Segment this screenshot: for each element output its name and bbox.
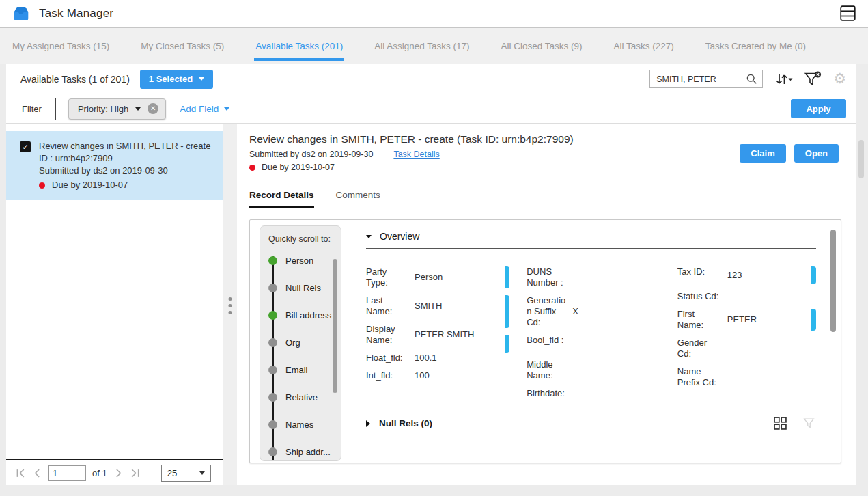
due-status-dot-icon xyxy=(39,182,45,189)
quick-scroll-item-org[interactable]: Org xyxy=(268,329,341,356)
chevron-down-icon xyxy=(224,107,229,111)
tab-my-closed-tasks[interactable]: My Closed Tasks (5) xyxy=(139,28,225,64)
add-field-button[interactable]: Add Field xyxy=(180,104,229,114)
chevron-down-icon xyxy=(135,107,141,111)
null-rels-label: Null Rels (0) xyxy=(379,418,432,428)
quick-scroll-item-null-rels[interactable]: Null Rels xyxy=(268,274,341,301)
task-checkbox[interactable]: ✓ xyxy=(20,141,31,152)
app-title: Task Manager xyxy=(39,7,113,20)
tab-comments[interactable]: Comments xyxy=(336,190,380,208)
field-row: Bool_fld : xyxy=(505,335,677,353)
grid-view-icon[interactable] xyxy=(774,417,787,430)
section-dot-icon xyxy=(268,311,277,320)
tab-available-tasks[interactable]: Available Tasks (201) xyxy=(254,28,344,64)
change-indicator-bar xyxy=(811,309,816,331)
menu-icon[interactable] xyxy=(840,5,856,21)
change-indicator-bar xyxy=(505,266,509,288)
quick-scroll-item-names[interactable]: Names xyxy=(268,411,341,438)
quick-scroll-item-label: Email xyxy=(285,365,308,375)
field-row: Status Cd: xyxy=(677,291,816,302)
detail-panel-scrollbar[interactable] xyxy=(858,140,864,178)
quick-scroll-item-email[interactable]: Email xyxy=(268,356,341,383)
body-row: ✓ Review changes in SMITH, PETER - creat… xyxy=(6,124,856,485)
quick-scroll-item-label: Ship addr... xyxy=(285,447,331,457)
task-item-submitted: Submitted by ds2 on 2019-09-30 xyxy=(39,165,210,177)
open-button[interactable]: Open xyxy=(794,144,839,163)
clear-filter-funnel-icon[interactable] xyxy=(804,71,822,87)
field-label: Bool_fld : xyxy=(527,335,566,353)
detail-submitted: Submitted by ds2 on 2019-09-30 xyxy=(249,150,373,159)
settings-gear-icon[interactable]: ⚙ xyxy=(833,72,846,86)
quick-scroll-scrollbar[interactable] xyxy=(333,259,337,393)
last-page-icon[interactable] xyxy=(130,468,140,478)
tab-all-closed-tasks[interactable]: All Closed Tasks (9) xyxy=(500,28,584,64)
search-box xyxy=(649,70,763,88)
toolbar-right-group: ⚙ xyxy=(649,70,846,88)
drag-handle-icon[interactable] xyxy=(229,297,232,314)
quick-scroll-item-person[interactable]: Person xyxy=(268,247,341,274)
field-value: SMITH xyxy=(415,301,442,312)
selected-dropdown-button[interactable]: 1 Selected xyxy=(140,70,213,89)
tab-all-tasks[interactable]: All Tasks (227) xyxy=(613,28,675,64)
page-size-value: 25 xyxy=(167,468,177,478)
quick-scroll-item-label: Person xyxy=(285,256,313,266)
overview-title: Overview xyxy=(380,231,419,242)
filter-label: Filter xyxy=(22,104,42,114)
page-number-input[interactable] xyxy=(48,465,86,481)
field-value: 100 xyxy=(415,370,430,381)
quick-scroll-item-label: Null Rels xyxy=(285,283,321,293)
page-count-label: of 1 xyxy=(92,468,107,478)
quick-scroll-item-bill-address[interactable]: Bill address xyxy=(268,301,341,329)
task-details-link[interactable]: Task Details xyxy=(393,150,439,159)
quick-scroll-title: Quickly scroll to: xyxy=(268,234,341,244)
field-label: Name Prefix Cd: xyxy=(677,366,721,388)
task-detail-panel: Review changes in SMITH, PETER - create … xyxy=(237,124,856,485)
task-manager-app: { "header": { "title": "Task Manager" },… xyxy=(0,0,868,496)
apply-button[interactable]: Apply xyxy=(791,99,846,118)
previous-page-icon[interactable] xyxy=(32,468,42,478)
field-label: Float_fld: xyxy=(366,353,408,363)
task-tab-bar: My Assigned Tasks (15) My Closed Tasks (… xyxy=(0,28,868,64)
chevron-down-icon xyxy=(199,471,205,475)
field-value: 123 xyxy=(727,270,742,281)
record-card-scrollbar[interactable] xyxy=(830,230,836,332)
null-rels-section-header[interactable]: Null Rels (0) xyxy=(366,417,816,430)
section-dot-icon xyxy=(268,338,277,347)
change-indicator-bar xyxy=(505,335,509,353)
overview-field-grid: Party Type: Person Last Name: SMITH Disp… xyxy=(366,266,816,406)
funnel-filter-icon[interactable] xyxy=(803,417,815,429)
quick-scroll-item-relative[interactable]: Relative xyxy=(268,383,341,411)
quick-scroll-item-ship-addr[interactable]: Ship addr... xyxy=(268,438,341,461)
tab-record-details[interactable]: Record Details xyxy=(249,190,314,208)
search-icon[interactable] xyxy=(746,73,757,85)
field-label: Last Name: xyxy=(366,295,408,317)
tab-tasks-created-by-me[interactable]: Tasks Created by Me (0) xyxy=(704,28,807,64)
panel-splitter[interactable] xyxy=(223,124,237,485)
priority-chip-label: Priority: High xyxy=(78,104,128,114)
inbox-logo-icon xyxy=(12,6,30,21)
field-value: PETER xyxy=(727,314,757,325)
section-dot-icon xyxy=(268,393,277,402)
quick-scroll-item-label: Names xyxy=(285,419,313,430)
priority-filter-chip[interactable]: Priority: High ✕ xyxy=(68,98,166,120)
field-row: Int_fld: 100 xyxy=(366,370,505,381)
tab-all-assigned-tasks[interactable]: All Assigned Tasks (17) xyxy=(373,28,471,64)
detail-action-buttons: Claim Open xyxy=(740,144,839,163)
claim-button[interactable]: Claim xyxy=(740,144,785,163)
remove-filter-icon[interactable]: ✕ xyxy=(148,103,158,114)
task-list-item[interactable]: ✓ Review changes in SMITH, PETER - creat… xyxy=(6,131,223,200)
tab-my-assigned-tasks[interactable]: My Assigned Tasks (15) xyxy=(11,28,111,64)
overview-header[interactable]: Overview xyxy=(366,231,816,242)
quick-scroll-item-label: Bill address xyxy=(285,310,331,320)
field-row: Name Prefix Cd: xyxy=(677,366,816,388)
next-page-icon[interactable] xyxy=(113,468,124,478)
search-input[interactable] xyxy=(656,74,746,84)
add-field-label: Add Field xyxy=(180,104,219,114)
due-status-dot-icon xyxy=(249,165,255,171)
field-label: Party Type: xyxy=(366,266,408,288)
field-value: PETER SMITH xyxy=(415,329,474,340)
task-item-due: Due by 2019-10-07 xyxy=(52,179,128,191)
sort-icon[interactable] xyxy=(774,72,793,86)
first-page-icon[interactable] xyxy=(16,468,26,478)
page-size-select[interactable]: 25 xyxy=(161,465,211,482)
